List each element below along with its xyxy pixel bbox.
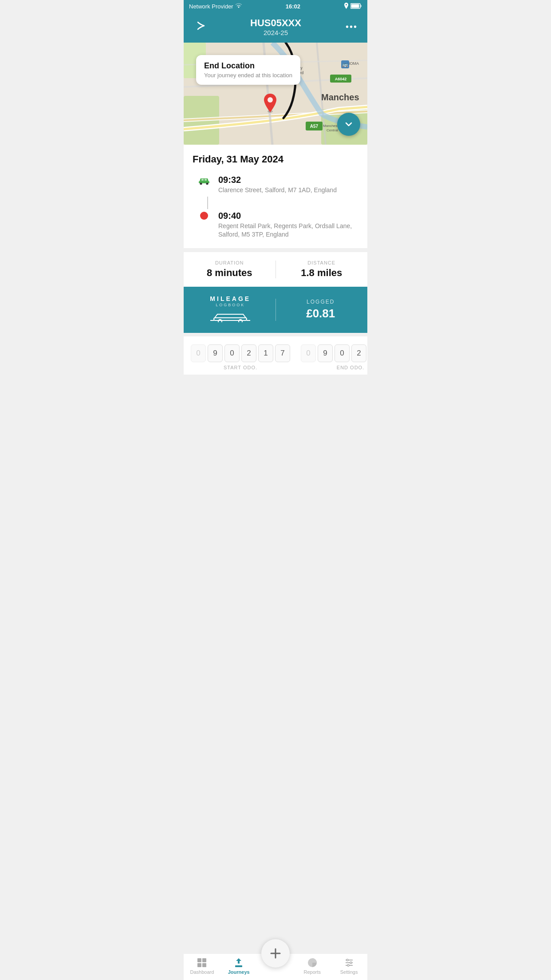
start-time: 09:32 [218,175,358,185]
battery-icon [350,3,362,10]
end-dot-container [196,211,212,220]
mileage-banner: MILEAGE LOGBOOK LOGGED £0.81 [184,287,367,333]
start-odo-digit-0: 0 [191,344,206,362]
svg-text:A6042: A6042 [335,77,347,81]
location-icon [344,3,349,10]
end-location-subtitle: Your journey ended at this location [204,72,292,79]
end-odo-digits: 090219 [301,344,367,362]
svg-rect-2 [360,5,362,7]
end-content: 09:40 Regent Retail Park, Regents Park, … [218,211,358,239]
distance-value: 1.8 miles [276,267,368,279]
clock: 16:02 [286,3,300,10]
status-right [344,3,362,10]
journey-timeline: 09:32 Clarence Street, Salford, M7 1AD, … [196,173,358,241]
header-title: HUS05XXX 2024-25 [250,17,301,36]
svg-text:A57: A57 [310,124,319,129]
more-button[interactable]: ••• [344,20,359,34]
odo-row: 090217 START ODO. 090219 END ODO. [191,344,360,370]
end-odo-label: END ODO. [337,365,364,370]
journey-date: Friday, 31 May 2024 [193,154,358,165]
mileage-car-icon [210,310,250,324]
distance-label: DISTANCE [276,260,368,265]
start-odo-label: START ODO. [224,365,257,370]
duration-stat: DURATION 8 minutes [184,260,276,279]
start-address: Clarence Street, Salford, M7 1AD, Englan… [218,186,358,195]
end-location-tooltip: End Location Your journey ended at this … [196,55,300,85]
svg-rect-29 [201,179,204,181]
duration-label: DURATION [184,260,276,265]
svg-rect-1 [351,4,359,8]
svg-rect-30 [205,179,207,181]
mileage-logo-text: MILEAGE [210,296,251,302]
start-content: 09:32 Clarence Street, Salford, M7 1AD, … [218,175,358,195]
duration-value: 8 minutes [184,267,276,279]
svg-text:Manches: Manches [321,92,359,102]
mileage-logo: MILEAGE LOGBOOK [194,296,267,324]
status-bar: Network Provider 16:02 [184,0,367,13]
back-button[interactable] [192,19,208,36]
end-odo-group: 090219 END ODO. [301,344,367,370]
end-time: 09:40 [218,211,358,221]
map-pin [262,94,278,116]
distance-stat: DISTANCE 1.8 miles [276,260,368,279]
wifi-icon [235,3,242,10]
mileage-logo-sub: LOGBOOK [216,303,245,307]
end-odo-digit-1: 9 [318,344,333,362]
logged-label: LOGGED [285,299,357,305]
car-icon-container [196,175,212,185]
odometer-section: 090217 START ODO. 090219 END ODO. [184,336,367,375]
vehicle-year: 2024-25 [250,29,301,36]
carrier-label: Network Provider [189,3,233,10]
start-odo-digit-2: 0 [224,344,240,362]
start-odo-group: 090217 START ODO. [191,344,290,370]
journey-card: Friday, 31 May 2024 09:32 Clarence Stree… [184,145,367,248]
end-odo-digit-2: 0 [335,344,350,362]
end-odo-digit-0: 0 [301,344,316,362]
end-address: Regent Retail Park, Regents Park, Ordsal… [218,222,358,239]
logged-amount: £0.81 [285,307,357,320]
mileage-logged: LOGGED £0.81 [285,299,357,320]
start-odo-digit-1: 9 [208,344,223,362]
timeline-start: 09:32 Clarence Street, Salford, M7 1AD, … [196,173,358,197]
status-left: Network Provider [189,3,242,10]
start-odo-digit-5: 7 [275,344,290,362]
svg-text:🚌: 🚌 [342,61,348,67]
end-location-title: End Location [204,61,292,71]
start-odo-digit-4: 1 [258,344,273,362]
header: HUS05XXX 2024-25 ••• [184,13,367,43]
vehicle-id: HUS05XXX [250,17,301,29]
svg-point-25 [268,97,273,103]
stats-row: DURATION 8 minutes DISTANCE 1.8 miles [184,252,367,287]
timeline-end: 09:40 Regent Retail Park, Regents Park, … [196,209,358,241]
map-container: A57 A6042 University of Salford NOMA SAL… [184,43,367,145]
start-odo-digit-3: 2 [241,344,256,362]
svg-text:Central: Central [327,128,338,132]
end-dot [200,212,208,220]
end-odo-digit-3: 2 [351,344,366,362]
banner-divider [276,299,276,321]
start-odo-digits: 090217 [191,344,290,362]
scroll-down-button[interactable] [337,113,360,136]
